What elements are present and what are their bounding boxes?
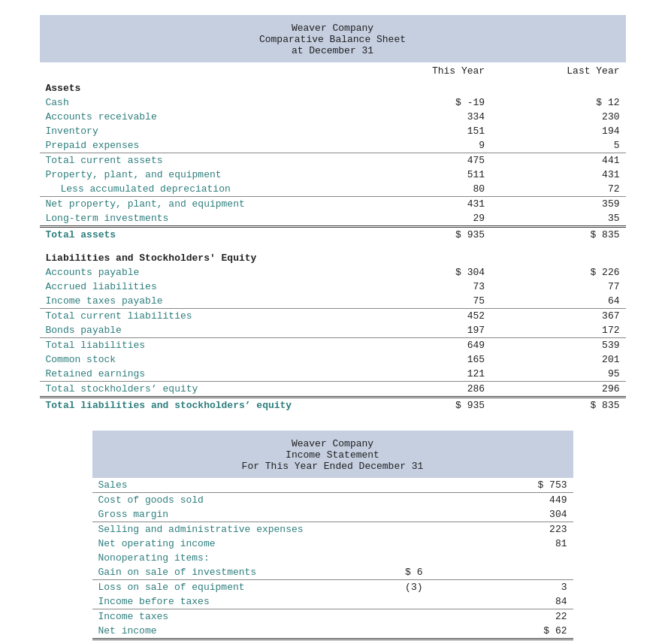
is-row-mid-6: $ 6 [357,565,429,580]
assets-row-this-0: $ -19 [362,95,491,110]
spacer-row [40,242,626,248]
liab-row-this-2: 75 [362,294,491,309]
is-row-right-2: 304 [429,507,573,522]
is-row-right-3: 223 [429,522,573,537]
is-row-mid-1 [357,493,429,508]
total-assets-this: $ 935 [362,227,491,243]
liab-row-label-6: Common stock [40,352,362,367]
liab-row-last-8: 296 [491,382,625,398]
is-row-right-8: 84 [429,594,573,609]
assets-row-label-2: Inventory [40,124,362,138]
income-statement-header: Weaver Company Income Statement For This… [92,431,573,478]
assets-row-label-4: Total current assets [40,153,362,168]
assets-row-last-1: 230 [491,110,625,124]
liab-row-this-4: 197 [362,323,491,338]
liab-row-this-8: 286 [362,382,491,398]
liab-row-label-8: Total stockholders’ equity [40,382,362,398]
is-row-label-10: Net income [92,624,357,639]
is-row-mid-10 [357,624,429,639]
assets-row-last-6: 72 [491,182,625,197]
label-header [40,62,362,78]
liab-row-last-5: 539 [491,338,625,353]
assets-row-this-4: 475 [362,153,491,168]
total-liab-equity-last: $ 835 [491,398,625,413]
is-row-right-7: 3 [429,580,573,595]
is-row-label-2: Gross margin [92,507,357,522]
liab-row-last-0: $ 226 [491,265,625,280]
assets-row-this-2: 151 [362,124,491,138]
bs-title-1: Weaver Company [55,23,611,34]
is-row-mid-5 [357,551,429,565]
assets-rows: Cash$ -19$ 12Accounts receivable334230In… [40,95,626,227]
liabilities-section-header: Liabilities and Stockholders' Equity [40,248,626,265]
is-row-right-5 [429,551,573,565]
is-title-3: For This Year Ended December 31 [107,461,558,472]
is-row-mid-0 [357,478,429,493]
liab-row-last-6: 201 [491,352,625,367]
is-row-right-9: 22 [429,609,573,624]
liabilities-label: Liabilities and Stockholders' Equity [40,248,626,265]
is-row-right-4: 81 [429,537,573,551]
assets-row-label-1: Accounts receivable [40,110,362,124]
is-row-mid-4 [357,537,429,551]
is-row-label-8: Income before taxes [92,594,357,609]
liab-row-this-5: 649 [362,338,491,353]
assets-label: Assets [40,78,362,95]
is-row-label-4: Net operating income [92,537,357,551]
assets-row-label-6: Less accumulated depreciation [40,182,362,197]
assets-row-last-0: $ 12 [491,95,625,110]
assets-this-placeholder [362,78,491,95]
total-liab-equity-this: $ 935 [362,398,491,413]
is-row-label-9: Income taxes [92,609,357,624]
is-row-label-1: Cost of goods sold [92,493,357,508]
assets-row-last-3: 5 [491,138,625,153]
liab-row-last-3: 367 [491,309,625,324]
assets-row-label-8: Long-term investments [40,211,362,227]
liab-row-this-3: 452 [362,309,491,324]
total-liab-equity-row: Total liabilities and stockholders’ equi… [40,398,626,413]
bs-title-2: Comparative Balance Sheet [55,34,611,45]
liab-row-this-0: $ 304 [362,265,491,280]
is-row-label-5: Nonoperating items: [92,551,357,565]
is-row-label-7: Loss on sale of equipment [92,580,357,595]
is-row-right-1: 449 [429,493,573,508]
total-assets-label: Total assets [40,227,362,243]
assets-last-placeholder [491,78,625,95]
liab-row-label-7: Retained earnings [40,367,362,382]
balance-sheet-table: This Year Last Year Assets Cash$ -19$ 12… [40,62,626,413]
balance-sheet-header: Weaver Company Comparative Balance Sheet… [40,15,626,62]
assets-section-header: Assets [40,78,626,95]
liab-row-label-0: Accounts payable [40,265,362,280]
assets-row-label-7: Net property, plant, and equipment [40,197,362,212]
income-statement-container: Weaver Company Income Statement For This… [92,431,573,640]
liab-row-last-2: 64 [491,294,625,309]
assets-row-label-3: Prepaid expenses [40,138,362,153]
liab-row-last-4: 172 [491,323,625,338]
col-header-row: This Year Last Year [40,62,626,78]
liab-row-label-5: Total liabilities [40,338,362,353]
last-year-header: Last Year [491,62,625,78]
is-row-mid-3 [357,522,429,537]
is-row-mid-9 [357,609,429,624]
is-row-label-3: Selling and administrative expenses [92,522,357,537]
assets-row-this-5: 511 [362,168,491,182]
liab-row-label-1: Accrued liabilities [40,280,362,294]
assets-row-this-6: 80 [362,182,491,197]
is-row-mid-2 [357,507,429,522]
balance-sheet-container: Weaver Company Comparative Balance Sheet… [40,15,626,413]
is-row-label-6: Gain on sale of investments [92,565,357,580]
liab-row-this-7: 121 [362,367,491,382]
liab-row-label-2: Income taxes payable [40,294,362,309]
liab-row-this-6: 165 [362,352,491,367]
assets-row-last-8: 35 [491,211,625,227]
assets-row-this-8: 29 [362,211,491,227]
bs-title-3: at December 31 [55,45,611,56]
total-assets-row: Total assets $ 935 $ 835 [40,227,626,243]
liab-row-this-1: 73 [362,280,491,294]
assets-row-label-5: Property, plant, and equipment [40,168,362,182]
income-statement-table: Sales$ 753Cost of goods sold449Gross mar… [92,478,573,640]
assets-row-this-7: 431 [362,197,491,212]
is-rows: Sales$ 753Cost of goods sold449Gross mar… [92,478,573,639]
liab-row-last-1: 77 [491,280,625,294]
assets-row-label-0: Cash [40,95,362,110]
